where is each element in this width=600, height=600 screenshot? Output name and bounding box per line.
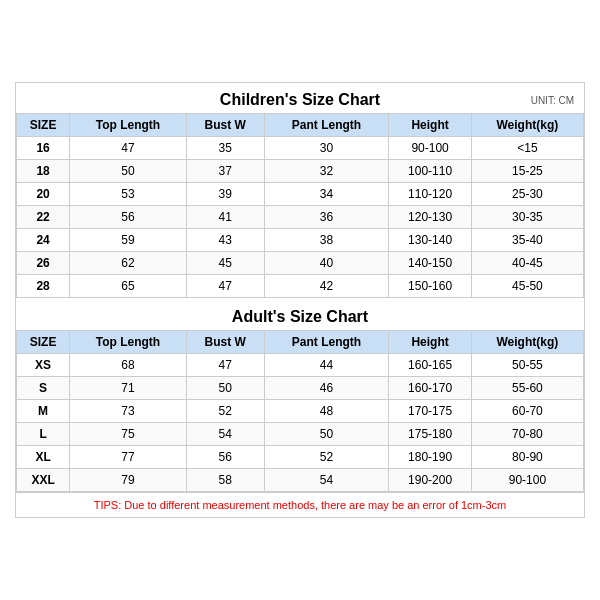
table-cell: XL: [17, 446, 70, 469]
tips-text: TIPS: Due to different measurement metho…: [16, 492, 584, 517]
table-cell: 47: [186, 275, 264, 298]
table-cell: 38: [264, 229, 389, 252]
table-cell: 50: [186, 377, 264, 400]
table-cell: 40: [264, 252, 389, 275]
table-cell: 54: [186, 423, 264, 446]
table-cell: 16: [17, 137, 70, 160]
table-cell: 35: [186, 137, 264, 160]
adults-chart-title: Adult's Size Chart: [232, 308, 368, 326]
table-cell: 36: [264, 206, 389, 229]
table-cell: 37: [186, 160, 264, 183]
table-cell: 30: [264, 137, 389, 160]
table-cell: M: [17, 400, 70, 423]
col-size-adult: SIZE: [17, 331, 70, 354]
table-cell: 47: [70, 137, 187, 160]
table-cell: 120-130: [389, 206, 471, 229]
children-title-row: Children's Size Chart UNIT: CM: [16, 83, 584, 113]
table-row: L755450175-18070-80: [17, 423, 584, 446]
table-cell: 30-35: [471, 206, 583, 229]
table-cell: 46: [264, 377, 389, 400]
size-chart-container: Children's Size Chart UNIT: CM SIZE Top …: [15, 82, 585, 518]
col-top-length-adult: Top Length: [70, 331, 187, 354]
table-cell: 140-150: [389, 252, 471, 275]
col-weight: Weight(kg): [471, 114, 583, 137]
table-row: XL775652180-19080-90: [17, 446, 584, 469]
table-cell: 59: [70, 229, 187, 252]
table-cell: 47: [186, 354, 264, 377]
table-row: M735248170-17560-70: [17, 400, 584, 423]
table-row: 18503732100-11015-25: [17, 160, 584, 183]
table-row: S715046160-17055-60: [17, 377, 584, 400]
unit-label: UNIT: CM: [531, 95, 574, 106]
table-row: XXL795854190-20090-100: [17, 469, 584, 492]
children-header-row: SIZE Top Length Bust W Pant Length Heigh…: [17, 114, 584, 137]
table-cell: 50: [70, 160, 187, 183]
table-cell: 42: [264, 275, 389, 298]
table-cell: 62: [70, 252, 187, 275]
col-pant-length: Pant Length: [264, 114, 389, 137]
table-cell: 100-110: [389, 160, 471, 183]
table-cell: 150-160: [389, 275, 471, 298]
adult-size-table: SIZE Top Length Bust W Pant Length Heigh…: [16, 330, 584, 492]
table-cell: 28: [17, 275, 70, 298]
table-cell: 77: [70, 446, 187, 469]
adults-title-row: Adult's Size Chart: [16, 300, 584, 330]
table-cell: 56: [70, 206, 187, 229]
table-row: XS684744160-16550-55: [17, 354, 584, 377]
col-size: SIZE: [17, 114, 70, 137]
col-height: Height: [389, 114, 471, 137]
table-cell: 15-25: [471, 160, 583, 183]
table-cell: 80-90: [471, 446, 583, 469]
table-cell: 40-45: [471, 252, 583, 275]
table-cell: 79: [70, 469, 187, 492]
table-cell: 39: [186, 183, 264, 206]
table-row: 28654742150-16045-50: [17, 275, 584, 298]
table-cell: S: [17, 377, 70, 400]
table-cell: 75: [70, 423, 187, 446]
table-cell: <15: [471, 137, 583, 160]
table-cell: 43: [186, 229, 264, 252]
table-cell: 58: [186, 469, 264, 492]
table-cell: 54: [264, 469, 389, 492]
table-cell: 25-30: [471, 183, 583, 206]
table-row: 24594338130-14035-40: [17, 229, 584, 252]
table-cell: 110-120: [389, 183, 471, 206]
children-chart-title: Children's Size Chart: [220, 91, 380, 109]
table-row: 22564136120-13030-35: [17, 206, 584, 229]
table-cell: 160-165: [389, 354, 471, 377]
table-cell: 90-100: [471, 469, 583, 492]
table-cell: 32: [264, 160, 389, 183]
table-cell: 18: [17, 160, 70, 183]
table-cell: 56: [186, 446, 264, 469]
table-cell: 68: [70, 354, 187, 377]
table-cell: XXL: [17, 469, 70, 492]
table-row: 1647353090-100<15: [17, 137, 584, 160]
table-cell: 24: [17, 229, 70, 252]
table-cell: 190-200: [389, 469, 471, 492]
table-cell: 35-40: [471, 229, 583, 252]
table-cell: 65: [70, 275, 187, 298]
adult-header-row: SIZE Top Length Bust W Pant Length Heigh…: [17, 331, 584, 354]
table-cell: 45: [186, 252, 264, 275]
col-pant-length-adult: Pant Length: [264, 331, 389, 354]
table-cell: 60-70: [471, 400, 583, 423]
table-cell: 55-60: [471, 377, 583, 400]
table-cell: 26: [17, 252, 70, 275]
table-cell: 53: [70, 183, 187, 206]
table-cell: XS: [17, 354, 70, 377]
col-bust-w: Bust W: [186, 114, 264, 137]
table-cell: 90-100: [389, 137, 471, 160]
table-cell: 160-170: [389, 377, 471, 400]
table-cell: 48: [264, 400, 389, 423]
table-cell: 52: [186, 400, 264, 423]
table-cell: 50: [264, 423, 389, 446]
table-cell: 44: [264, 354, 389, 377]
table-cell: 130-140: [389, 229, 471, 252]
table-cell: 34: [264, 183, 389, 206]
table-cell: 70-80: [471, 423, 583, 446]
table-cell: 73: [70, 400, 187, 423]
table-cell: L: [17, 423, 70, 446]
col-height-adult: Height: [389, 331, 471, 354]
table-cell: 175-180: [389, 423, 471, 446]
table-cell: 71: [70, 377, 187, 400]
